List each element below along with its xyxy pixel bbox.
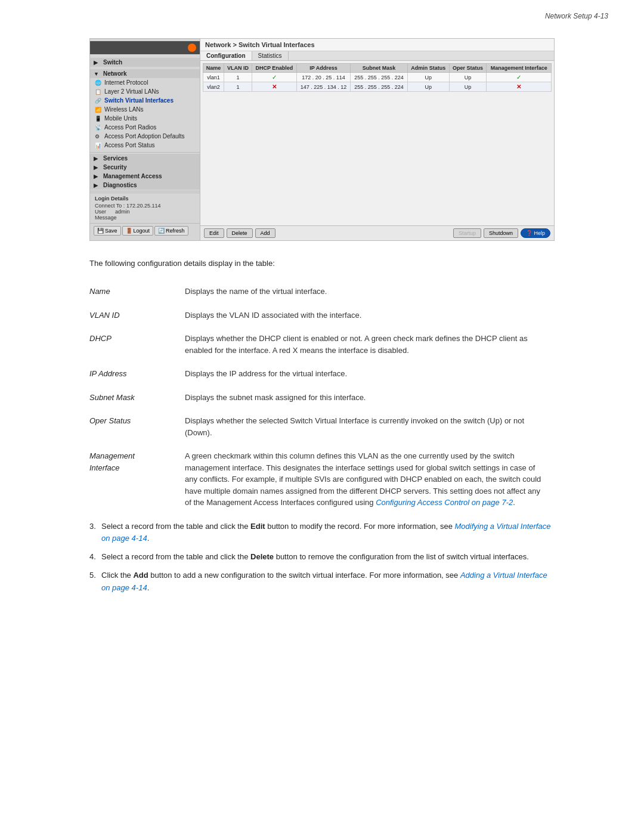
- sidebar-item-access-port-status[interactable]: 📊 Access Port Status: [90, 141, 200, 150]
- sidebar-item-network[interactable]: ▼ Network: [90, 69, 200, 78]
- cell-admin: Up: [407, 82, 449, 92]
- main-content-area: Network > Switch Virtual Interfaces Conf…: [200, 39, 554, 240]
- sidebar-label-management-access: Management Access: [103, 173, 162, 179]
- doc-field-vlanid-label: VLAN ID: [89, 304, 185, 327]
- wireless-icon: 📶: [95, 107, 102, 113]
- doc-body: The following configuration details disp…: [89, 259, 555, 594]
- table-wrapper: Name VLAN ID DHCP Enabled IP Address Sub…: [200, 61, 554, 225]
- user-value: admin: [115, 209, 130, 215]
- doc-field-vlanid-desc: Displays the VLAN ID associated with the…: [185, 304, 555, 327]
- user-row: User admin: [95, 209, 195, 215]
- screenshot-container: ▶ Switch ▼ Network 🌐 Internet Protocol 📋…: [89, 38, 555, 241]
- sidebar-item-management-access[interactable]: ▶ Management Access: [90, 172, 200, 181]
- cell-dhcp: ✕: [252, 82, 296, 92]
- col-oper-status: Oper Status: [449, 64, 487, 73]
- cell-oper: Up: [449, 82, 487, 92]
- sidebar-item-mobile-units[interactable]: 📱 Mobile Units: [90, 114, 200, 123]
- sidebar-item-services[interactable]: ▶ Services: [90, 154, 200, 163]
- shutdown-button[interactable]: Shutdown: [484, 228, 518, 238]
- refresh-button[interactable]: 🔄 Refresh: [154, 226, 188, 236]
- sidebar-item-switch[interactable]: ▶ Switch: [90, 58, 200, 67]
- doc-field-name-desc: Displays the name of the virtual interfa…: [185, 280, 555, 304]
- col-ip-address: IP Address: [296, 64, 350, 73]
- refresh-icon: 🔄: [158, 228, 165, 234]
- sidebar-item-internet-protocol[interactable]: 🌐 Internet Protocol: [90, 78, 200, 87]
- tab-statistics[interactable]: Statistics: [252, 51, 289, 60]
- edit-button[interactable]: Edit: [204, 228, 224, 238]
- logo-badge: [188, 44, 196, 52]
- sidebar-item-layer2-vlans[interactable]: 📋 Layer 2 Virtual LANs: [90, 87, 200, 96]
- item3-suffix: .: [147, 534, 150, 543]
- sidebar-item-access-port-radios[interactable]: 📡 Access Port Radios: [90, 123, 200, 132]
- item4-bold: Delete: [250, 552, 274, 561]
- doc-fields-table: Name Displays the name of the virtual in…: [89, 280, 555, 515]
- cell-vlan-id: 1: [224, 82, 252, 92]
- save-button[interactable]: 💾 Save: [94, 226, 121, 236]
- arrow-icon-network: ▼: [94, 71, 101, 77]
- arrow-icon-services: ▶: [94, 156, 101, 162]
- message-label: Message: [95, 215, 195, 221]
- col-dhcp: DHCP Enabled: [252, 64, 296, 73]
- sidebar-item-switch-virtual-interfaces[interactable]: 🔗 Switch Virtual Interfaces: [90, 96, 200, 105]
- cell-dhcp: ✓: [252, 73, 296, 82]
- sidebar-label-services: Services: [103, 155, 128, 162]
- delete-button[interactable]: Delete: [227, 228, 253, 238]
- list-item-4: Select a record from the table and click…: [89, 551, 555, 563]
- doc-row-ipaddress: IP Address Displays the IP address for t…: [89, 362, 555, 386]
- table-row[interactable]: vlan2 1 ✕ 147 . 225 . 134 . 12 255 . 255…: [203, 82, 552, 92]
- layer2-icon: 📋: [95, 89, 102, 95]
- sidebar-label-layer2-vlans: Layer 2 Virtual LANs: [104, 88, 159, 95]
- sidebar-item-access-port-adoption[interactable]: ⚙ Access Port Adoption Defaults: [90, 132, 200, 141]
- doc-field-ipaddress-desc: Displays the IP address for the virtual …: [185, 362, 555, 386]
- doc-row-name: Name Displays the name of the virtual in…: [89, 280, 555, 304]
- cell-subnet: 255 . 255 . 255 . 224: [351, 73, 408, 82]
- tab-configuration[interactable]: Configuration: [200, 51, 252, 60]
- sidebar-item-wireless-lans[interactable]: 📶 Wireless LANs: [90, 105, 200, 114]
- arrow-icon-diagnostics: ▶: [94, 182, 101, 188]
- adoption-icon: ⚙: [95, 134, 102, 140]
- connect-to-label: Connect To :: [95, 203, 125, 209]
- startup-button[interactable]: Startup: [453, 228, 481, 238]
- sidebar-label-switch: Switch: [103, 59, 122, 66]
- access-control-link[interactable]: Configuring Access Control on page 7-2: [376, 498, 513, 507]
- doc-row-subnetmask: Subnet Mask Displays the subnet mask ass…: [89, 386, 555, 410]
- logout-button[interactable]: 🚪 Logout: [122, 226, 154, 236]
- help-icon: ❓: [526, 230, 532, 236]
- mgmt-check-icon: ✓: [516, 74, 521, 80]
- col-admin-status: Admin Status: [407, 64, 449, 73]
- sidebar-logo: [90, 41, 200, 54]
- cell-ip: 172 . 20 . 25 . 114: [296, 73, 350, 82]
- sidebar-bottom-buttons: 💾 Save 🚪 Logout 🔄 Refresh: [90, 223, 200, 238]
- page-header: Network Setup 4-13: [36, 12, 608, 20]
- item5-prefix: Click the: [101, 571, 133, 580]
- col-name: Name: [203, 64, 224, 73]
- cell-vlan-id: 1: [224, 73, 252, 82]
- radio-icon: 📡: [95, 125, 102, 131]
- cell-mgmt: ✕: [487, 82, 552, 92]
- virtual-interfaces-table: Name VLAN ID DHCP Enabled IP Address Sub…: [203, 63, 552, 92]
- sidebar-label-diagnostics: Diagnostics: [103, 182, 137, 188]
- main-title: Network > Switch Virtual Interfaces: [200, 39, 554, 51]
- item3-bold: Edit: [250, 522, 265, 531]
- mobile-icon: 📱: [95, 116, 102, 122]
- help-button[interactable]: ❓ Help: [521, 228, 550, 238]
- doc-field-dhcp-desc: Displays whether the DHCP client is enab…: [185, 327, 555, 362]
- sidebar-label-network: Network: [103, 70, 126, 77]
- doc-row-operstatus: Oper Status Displays whether the selecte…: [89, 409, 555, 444]
- sidebar-label-security: Security: [103, 164, 126, 171]
- status-icon: 📊: [95, 143, 102, 148]
- add-button[interactable]: Add: [255, 228, 275, 238]
- doc-row-vlanid: VLAN ID Displays the VLAN ID associated …: [89, 304, 555, 327]
- connect-to-value: 172.20.25.114: [126, 203, 161, 209]
- item4-mid: button to remove the configuration from …: [274, 552, 529, 561]
- login-details: Login Details Connect To : 172.20.25.114…: [90, 193, 200, 223]
- sidebar-item-security[interactable]: ▶ Security: [90, 163, 200, 172]
- mgmt-x-icon: ✕: [516, 83, 521, 90]
- sidebar-item-diagnostics[interactable]: ▶ Diagnostics: [90, 181, 200, 190]
- list-item-5: Click the Add button to add a new config…: [89, 569, 555, 594]
- item5-suffix: .: [147, 583, 150, 592]
- table-row[interactable]: vlan1 1 ✓ 172 . 20 . 25 . 114 255 . 255 …: [203, 73, 552, 82]
- doc-intro: The following configuration details disp…: [89, 259, 555, 268]
- arrow-icon-security: ▶: [94, 165, 101, 171]
- doc-row-mgmtinterface: Management Interface A green checkmark w…: [89, 444, 555, 515]
